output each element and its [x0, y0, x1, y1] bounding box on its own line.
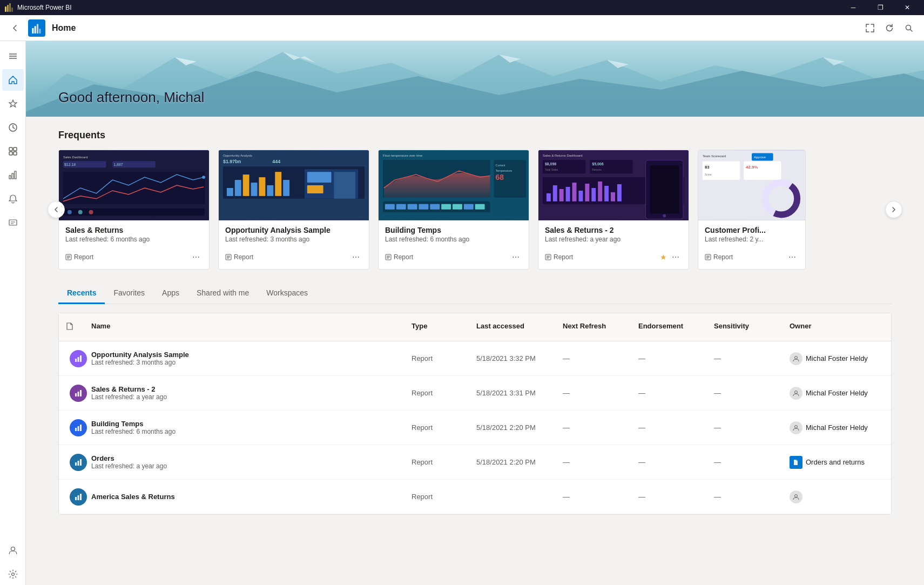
sidebar-item-metrics[interactable] — [2, 164, 24, 186]
svg-point-24 — [11, 547, 15, 551]
back-button[interactable] — [6, 19, 24, 37]
frequent-card-1[interactable]: Opportunity Analysis $1.97bn 444 — [218, 150, 369, 270]
svg-rect-21 — [9, 220, 17, 225]
tabs-row: Recents Favorites Apps Shared with me Wo… — [58, 283, 892, 304]
svg-text:$5,006: $5,006 — [592, 162, 603, 166]
svg-rect-112 — [617, 184, 622, 201]
tab-shared-with-me[interactable]: Shared with me — [188, 283, 258, 304]
row-subtitle-1: Last refreshed: a year ago — [91, 393, 399, 401]
minimize-button[interactable]: ─ — [841, 0, 866, 15]
svg-rect-4 — [32, 28, 33, 33]
card-subtitle-2: Last refreshed: 6 months ago — [385, 236, 522, 243]
row-owner-cell-0: Michal Foster Heldy — [783, 348, 891, 369]
person-icon-1 — [793, 390, 799, 396]
row-name-3: Orders — [91, 454, 399, 462]
card-more-button-1[interactable]: ⋯ — [349, 251, 362, 264]
tab-workspaces[interactable]: Workspaces — [258, 283, 316, 304]
card-more-button-4[interactable]: ⋯ — [786, 251, 799, 264]
svg-rect-0 — [5, 6, 6, 12]
svg-rect-136 — [78, 357, 79, 362]
row-name-cell-2: Building Temps Last refreshed: 6 months … — [85, 415, 405, 440]
card-more-button-2[interactable]: ⋯ — [509, 251, 522, 264]
sidebar-item-apps[interactable] — [2, 140, 24, 162]
powerbi-nav-logo-icon — [31, 23, 42, 33]
svg-text:1,887: 1,887 — [113, 163, 123, 166]
star-icon-3: ★ — [660, 253, 667, 261]
sidebar-item-profile[interactable] — [2, 540, 24, 561]
svg-point-41 — [202, 176, 205, 179]
sidebar-item-settings[interactable] — [2, 563, 24, 585]
frequent-card-4[interactable]: Team Scorecard Approve 83 Score 42.9% — [698, 150, 806, 270]
card-type-3: Report — [545, 253, 658, 261]
svg-rect-110 — [604, 186, 609, 201]
person-icon-2 — [793, 425, 799, 431]
tab-recents[interactable]: Recents — [58, 283, 105, 304]
table-row: Sales & Returns - 2 Last refreshed: a ye… — [59, 376, 891, 411]
sidebar-item-notifications[interactable] — [2, 188, 24, 210]
chart-icon-0 — [74, 354, 83, 363]
owner-0: Michal Foster Heldy — [790, 352, 885, 365]
svg-rect-78 — [419, 204, 428, 210]
col-type: Type — [405, 318, 470, 337]
sidebar — [0, 41, 26, 585]
svg-rect-108 — [591, 188, 596, 201]
col-owner: Owner — [783, 318, 891, 337]
card-type-0: Report — [65, 253, 187, 261]
restore-button[interactable]: ❐ — [868, 0, 893, 15]
row-type-3: Report — [405, 454, 470, 470]
close-button[interactable]: ✕ — [895, 0, 920, 15]
tab-favorites[interactable]: Favorites — [105, 283, 153, 304]
svg-rect-151 — [78, 495, 79, 500]
svg-rect-7 — [39, 29, 41, 33]
sidebar-item-workspaces[interactable] — [2, 212, 24, 233]
search-icon — [905, 24, 913, 32]
svg-rect-3 — [11, 8, 13, 12]
card-more-button-0[interactable]: ⋯ — [190, 251, 203, 264]
row-accessed-1: 5/18/2021 3:31 PM — [470, 385, 556, 401]
tab-apps[interactable]: Apps — [153, 283, 188, 304]
card-preview-3: Sales & Returns Dashboard $8,098 Total S… — [538, 150, 689, 220]
svg-text:Temperature: Temperature — [495, 169, 512, 172]
search-button[interactable] — [900, 19, 918, 37]
main-content: Good afternoon, Michal Frequents — [26, 41, 924, 585]
svg-rect-102 — [553, 185, 557, 201]
refresh-button[interactable] — [881, 19, 898, 37]
sidebar-item-menu[interactable] — [2, 45, 24, 67]
card-chart-3: Sales & Returns Dashboard $8,098 Total S… — [538, 150, 689, 220]
card-footer-1: Report ⋯ — [219, 248, 369, 269]
svg-point-25 — [11, 573, 14, 576]
hamburger-icon — [8, 51, 18, 61]
cards-prev-button[interactable] — [48, 201, 65, 218]
frequent-card-3[interactable]: Sales & Returns Dashboard $8,098 Total S… — [538, 150, 689, 270]
row-type-2: Report — [405, 419, 470, 436]
card-more-button-3[interactable]: ⋯ — [669, 251, 682, 264]
svg-point-146 — [795, 425, 798, 428]
sidebar-item-recents[interactable] — [2, 117, 24, 138]
svg-text:Opportunity Analysis: Opportunity Analysis — [223, 154, 252, 157]
svg-point-153 — [795, 494, 798, 497]
fullscreen-button[interactable] — [861, 19, 879, 37]
sidebar-item-favorites[interactable] — [2, 93, 24, 115]
card-preview-2: Floor temperature over time — [379, 150, 529, 220]
svg-rect-2 — [9, 3, 11, 12]
svg-point-142 — [795, 391, 798, 393]
card-info-0: Sales & Returns Last refreshed: 6 months… — [59, 220, 209, 248]
frequent-card-2[interactable]: Floor temperature over time — [378, 150, 529, 270]
row-name-cell-4: America Sales & Returns — [85, 488, 405, 505]
frequent-card-0[interactable]: Sales Dashboard $12.18 1,887 — [58, 150, 210, 270]
card-chart-0: Sales Dashboard $12.18 1,887 — [59, 150, 209, 220]
card-type-2: Report — [385, 253, 507, 261]
row-name-2: Building Temps — [91, 420, 399, 428]
chevron-right-icon — [891, 206, 897, 213]
svg-rect-76 — [396, 204, 406, 210]
app-title: Microsoft Power BI — [17, 4, 837, 11]
cards-next-button[interactable] — [885, 201, 902, 218]
workspace-icon — [8, 218, 18, 227]
svg-text:$12.18: $12.18 — [64, 163, 76, 166]
svg-rect-139 — [75, 393, 77, 396]
svg-point-45 — [89, 210, 93, 214]
row-subtitle-3: Last refreshed: a year ago — [91, 462, 399, 470]
svg-rect-15 — [14, 147, 17, 151]
owner-avatar-0 — [790, 352, 802, 365]
sidebar-item-home[interactable] — [2, 69, 24, 91]
